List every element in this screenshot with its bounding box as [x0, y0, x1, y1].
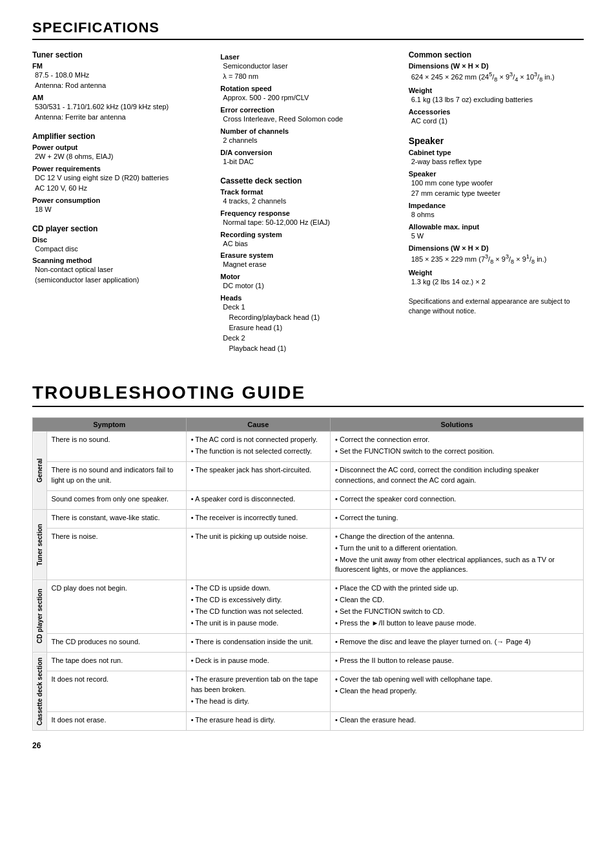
cause-cell: The erasure head is dirty. — [186, 711, 330, 730]
impedance-label: Impedance — [409, 202, 584, 209]
speaker-weight-value: 1.3 kg (2 lbs 14 oz.) × 2 — [409, 277, 584, 288]
symptom-cell: There is noise. — [46, 528, 186, 580]
fm-label: FM — [32, 62, 207, 70]
tuner-section-label: Tuner section — [33, 509, 47, 580]
speaker-weight-label: Weight — [409, 269, 584, 277]
solution-cell: Correct the connection error. Set the FU… — [331, 432, 584, 462]
specs-divider — [32, 39, 584, 40]
error-label: Error correction — [220, 106, 395, 114]
solution-item: Correct the tuning. — [335, 513, 579, 523]
symptom-cell: There is constant, wave-like static. — [46, 509, 186, 528]
common-dim-value: 624 × 245 × 262 mm (245/8 × 93/4 × 103/8… — [409, 70, 584, 84]
cause-item: The erasure prevention tab on the tape h… — [191, 675, 325, 695]
heads-label: Heads — [220, 294, 395, 302]
rotation-value: Approx. 500 - 200 rpm/CLV — [220, 93, 395, 103]
speaker-title: Speaker — [409, 136, 584, 146]
track-format-value: 4 tracks, 2 channels — [220, 196, 395, 207]
symptom-header: Symptom — [33, 418, 187, 432]
amplifier-section: Amplifier section Power output 2W + 2W (… — [32, 132, 207, 215]
cause-item: Deck is in pause mode. — [191, 656, 325, 666]
solution-item: Place the CD with the printed side up. — [335, 583, 579, 594]
speaker-label: Speaker — [409, 170, 584, 178]
common-weight-value: 6.1 kg (13 lbs 7 oz) excluding batteries — [409, 95, 584, 105]
solution-item: Set the FUNCTION switch to the correct p… — [335, 446, 579, 457]
common-weight-label: Weight — [409, 87, 584, 94]
symptom-cell: The tape does not run. — [46, 653, 186, 671]
table-row: It does not record. The erasure preventi… — [33, 671, 584, 712]
tuner-title: Tuner section — [32, 50, 207, 59]
solution-cell: Press the II button to release pause. — [331, 653, 584, 671]
erasure-label: Erasure system — [220, 251, 395, 259]
solution-cell: Remove the disc and leave the player tur… — [331, 634, 584, 653]
amplifier-title: Amplifier section — [32, 132, 207, 141]
cabinet-value: 2-way bass reflex type — [409, 157, 584, 167]
table-row: Cassette deck section The tape does not … — [33, 653, 584, 671]
solution-item: Turn the unit to a different orientation… — [335, 543, 579, 554]
troubleshooting-section: TROUBLESHOOTING GUIDE Symptom Cause Solu… — [32, 383, 584, 731]
solutions-header: Solutions — [331, 418, 584, 432]
common-section: Common section Dimensions (W × H × D) 62… — [409, 50, 584, 127]
symptom-cell: There is no sound and indicators fail to… — [46, 461, 186, 490]
page-number: 26 — [32, 741, 584, 750]
solution-item: Cover the tab opening well with cellopha… — [335, 675, 579, 685]
cause-cell: The speaker jack has short-circuited. — [186, 461, 330, 490]
cause-cell: The CD is upside down. The CD is excessi… — [186, 580, 330, 634]
speaker-dim-label: Dimensions (W × H × D) — [409, 244, 584, 252]
table-row: General There is no sound. The AC cord i… — [33, 432, 584, 462]
cause-item: The unit is in pause mode. — [191, 618, 325, 629]
cause-cell: A speaker cord is disconnected. — [186, 490, 330, 509]
power-consumption-label: Power consumption — [32, 196, 207, 204]
specs-grid: Tuner section FM 87.5 - 108.0 MHzAntenna… — [32, 50, 584, 363]
cause-item: The unit is picking up outside noise. — [191, 532, 325, 542]
specs-col-2: Laser Semiconductor laserλ = 780 nm Rota… — [220, 50, 395, 363]
cd-player-section: CD player section Disc Compact disc Scan… — [32, 224, 207, 286]
specifications-title: SPECIFICATIONS — [32, 19, 584, 36]
freq-value: Normal tape: 50-12,000 Hz (EIAJ) — [220, 218, 395, 228]
solution-item: Press the II button to release pause. — [335, 656, 579, 666]
cause-item: There is condensation inside the unit. — [191, 637, 325, 647]
cause-cell: The AC cord is not connected properly. T… — [186, 432, 330, 462]
tuner-section: Tuner section FM 87.5 - 108.0 MHzAntenna… — [32, 50, 207, 123]
solution-item: Set the FUNCTION switch to CD. — [335, 607, 579, 617]
speaker-value: 100 mm cone type woofer27 mm ceramic typ… — [409, 178, 584, 199]
symptom-cell: It does not record. — [46, 671, 186, 712]
solution-item: Clean the CD. — [335, 595, 579, 605]
troubleshoot-table: Symptom Cause Solutions General There is… — [32, 417, 584, 731]
solution-cell: Disconnect the AC cord, correct the cond… — [331, 461, 584, 490]
motor-value: DC motor (1) — [220, 281, 395, 291]
table-row: The CD produces no sound. There is conde… — [33, 634, 584, 653]
cdplayer-section-label: CD player section — [33, 580, 47, 653]
accessories-value: AC cord (1) — [409, 116, 584, 127]
freq-label: Frequency response — [220, 209, 395, 217]
solution-item: Clean the head properly. — [335, 686, 579, 697]
trouble-divider — [32, 406, 584, 407]
table-row: There is noise. The unit is picking up o… — [33, 528, 584, 580]
cassette-section-label: Cassette deck section — [33, 653, 47, 731]
solution-item: Correct the connection error. — [335, 435, 579, 445]
power-output-value: 2W + 2W (8 ohms, EIAJ) — [32, 152, 207, 162]
table-row: Sound comes from only one speaker. A spe… — [33, 490, 584, 509]
cause-cell: There is condensation inside the unit. — [186, 634, 330, 653]
speaker-dim-value: 185 × 235 × 229 mm (73/8 × 93/8 × 91/8 i… — [409, 253, 584, 266]
common-dim-label: Dimensions (W × H × D) — [409, 62, 584, 70]
laser-group: Laser Semiconductor laserλ = 780 nm Rota… — [220, 53, 395, 167]
speaker-section: Speaker Cabinet type 2-way bass reflex t… — [409, 136, 584, 288]
table-row: It does not erase. The erasure head is d… — [33, 711, 584, 730]
error-value: Cross Interleave, Reed Solomon code — [220, 114, 395, 125]
symptom-cell: CD play does not begin. — [46, 580, 186, 634]
laser-label: Laser — [220, 53, 395, 61]
solution-cell: Clean the erasure head. — [331, 711, 584, 730]
allowable-value: 5 W — [409, 231, 584, 242]
solution-cell: Correct the speaker cord connection. — [331, 490, 584, 509]
cause-cell: The unit is picking up outside noise. — [186, 528, 330, 580]
disc-value: Compact disc — [32, 244, 207, 255]
cause-cell: The erasure prevention tab on the tape h… — [186, 671, 330, 712]
cause-item: The receiver is incorrectly tuned. — [191, 513, 325, 523]
cause-cell: The receiver is incorrectly tuned. — [186, 509, 330, 528]
troubleshoot-title: TROUBLESHOOTING GUIDE — [32, 383, 584, 403]
power-req-value: DC 12 V using eight size D (R20) batteri… — [32, 173, 207, 194]
power-output-label: Power output — [32, 143, 207, 151]
cause-item: The head is dirty. — [191, 697, 325, 707]
solution-item: Change the direction of the antenna. — [335, 532, 579, 542]
table-row: Tuner section There is constant, wave-li… — [33, 509, 584, 528]
